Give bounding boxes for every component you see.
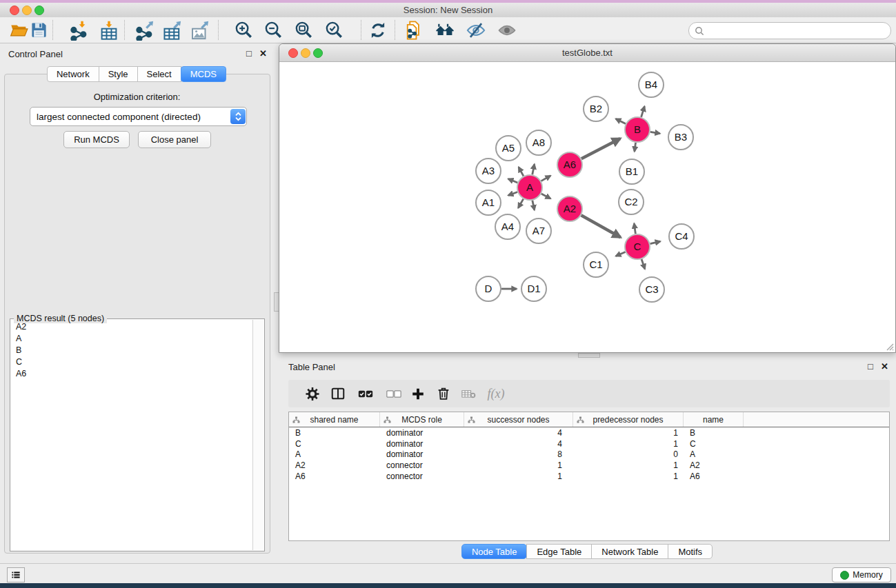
- birds-eye-view-button[interactable]: [495, 19, 519, 41]
- search-field[interactable]: [688, 22, 891, 39]
- table-row[interactable]: Adominator80A: [289, 449, 889, 460]
- control-panel-close-icon[interactable]: ✕: [259, 49, 267, 59]
- graph-node-A3[interactable]: A3: [476, 159, 501, 183]
- table-row[interactable]: A6connector11A6: [289, 471, 889, 482]
- zoom-out-button[interactable]: [261, 19, 285, 41]
- graph-node-B1[interactable]: B1: [619, 159, 644, 184]
- network-canvas[interactable]: B4B2B3A8A5A3B1A1C2A4A7C4C1C3DD1BA6AA2C: [280, 62, 895, 352]
- export-network-button[interactable]: [133, 19, 157, 41]
- graph-edge-B-B2[interactable]: [616, 119, 626, 123]
- graph-node-A7[interactable]: A7: [526, 219, 551, 243]
- search-input[interactable]: [704, 26, 890, 36]
- graph-node-A8[interactable]: A8: [526, 130, 551, 155]
- show-hide-panels-button[interactable]: [433, 19, 457, 41]
- show-column-panel-button[interactable]: [326, 383, 350, 405]
- graph-node-B2[interactable]: B2: [584, 97, 608, 121]
- graph-node-B4[interactable]: B4: [639, 72, 664, 97]
- zoom-selected-button[interactable]: [322, 19, 346, 41]
- table-options-button[interactable]: [301, 383, 324, 405]
- graph-node-D[interactable]: D: [476, 276, 501, 301]
- run-mcds-button[interactable]: Run MCDS: [63, 131, 130, 148]
- table-row[interactable]: A2connector11A2: [289, 460, 889, 471]
- graph-edge-B-B1[interactable]: [635, 143, 636, 152]
- graph-edge-A-A6[interactable]: [541, 176, 551, 181]
- graph-edge-A-A7[interactable]: [532, 201, 535, 210]
- graph-edge-A6-B[interactable]: [581, 139, 620, 159]
- graph-edge-C-C2[interactable]: [634, 223, 635, 234]
- graph-edge-C-C4[interactable]: [650, 241, 660, 243]
- graph-edge-A-A3[interactable]: [508, 179, 518, 183]
- new-network-from-selection-button[interactable]: [402, 19, 426, 41]
- mcds-list-scrollbar[interactable]: [252, 320, 263, 550]
- close-panel-button[interactable]: Close panel: [138, 131, 211, 148]
- graph-node-B[interactable]: B: [625, 117, 650, 142]
- control-panel-float-icon[interactable]: □: [246, 49, 252, 59]
- export-table-button[interactable]: [161, 19, 184, 41]
- graph-node-C3[interactable]: C3: [639, 277, 664, 302]
- delete-table-button[interactable]: [457, 383, 481, 405]
- column-header-MCDS-role[interactable]: MCDS role: [380, 412, 464, 427]
- table-row[interactable]: Cdominator41C: [289, 438, 889, 449]
- delete-column-button[interactable]: [432, 383, 455, 405]
- mcds-result-item[interactable]: C: [11, 356, 252, 367]
- memory-button[interactable]: Memory: [832, 567, 891, 582]
- tab-node-table[interactable]: Node Table: [461, 544, 528, 559]
- graph-edge-A-A4[interactable]: [518, 199, 523, 208]
- table-panel-close-icon[interactable]: ✕: [881, 362, 888, 372]
- horizontal-splitter-handle[interactable]: [578, 353, 600, 358]
- zoom-fit-button[interactable]: [292, 19, 315, 41]
- mcds-result-item[interactable]: A6: [11, 367, 252, 379]
- mcds-result-item[interactable]: B: [11, 344, 252, 356]
- graph-node-C[interactable]: C: [625, 234, 650, 259]
- unselect-all-columns-button[interactable]: [382, 383, 406, 405]
- mcds-result-item[interactable]: A: [11, 332, 252, 344]
- network-window-titlebar[interactable]: testGlobe.txt: [279, 44, 895, 62]
- save-session-button[interactable]: [27, 19, 50, 41]
- graph-edge-A2-C[interactable]: [581, 215, 621, 237]
- tab-network[interactable]: Network: [47, 66, 99, 82]
- graph-node-A2[interactable]: A2: [557, 196, 582, 221]
- graph-node-A5[interactable]: A5: [496, 136, 521, 161]
- graph-edge-B-B4[interactable]: [641, 106, 645, 117]
- table-panel-float-icon[interactable]: □: [868, 362, 873, 372]
- tab-mcds[interactable]: MCDS: [181, 66, 226, 82]
- create-column-button[interactable]: [406, 383, 430, 405]
- column-header-shared-name[interactable]: shared name: [289, 412, 380, 427]
- show-hide-graphics-details-button[interactable]: [464, 19, 488, 41]
- tab-network-table[interactable]: Network Table: [591, 544, 668, 559]
- task-history-button[interactable]: [7, 567, 25, 582]
- column-header-successor-nodes[interactable]: successor nodes: [464, 412, 573, 427]
- graph-edge-A-A1[interactable]: [508, 192, 517, 196]
- graph-node-A[interactable]: A: [517, 175, 542, 200]
- graph-node-B3[interactable]: B3: [668, 125, 693, 150]
- mcds-result-item[interactable]: A2: [11, 321, 252, 332]
- graph-node-C4[interactable]: C4: [669, 224, 694, 249]
- import-network-button[interactable]: [68, 19, 91, 41]
- graph-node-A6[interactable]: A6: [557, 152, 582, 177]
- tab-edge-table[interactable]: Edge Table: [526, 544, 592, 559]
- apply-layout-button[interactable]: [366, 19, 390, 41]
- column-header-name[interactable]: name: [684, 412, 744, 427]
- zoom-in-button[interactable]: [232, 19, 255, 41]
- graph-node-D1[interactable]: D1: [521, 276, 546, 301]
- column-header-predecessor-nodes[interactable]: predecessor nodes: [573, 412, 684, 427]
- graph-edge-B-B3[interactable]: [650, 132, 660, 133]
- graph-node-A4[interactable]: A4: [495, 214, 520, 239]
- resize-grip-icon[interactable]: [884, 341, 894, 351]
- import-table-button[interactable]: [97, 19, 121, 41]
- graph-node-A1[interactable]: A1: [476, 190, 501, 215]
- tab-style[interactable]: Style: [99, 66, 138, 82]
- export-image-button[interactable]: [188, 19, 212, 41]
- graph-node-C1[interactable]: C1: [584, 252, 608, 277]
- graph-edge-C-C1[interactable]: [616, 252, 626, 256]
- criterion-dropdown[interactable]: largest connected component (directed): [30, 107, 247, 126]
- graph-edge-A-A2[interactable]: [541, 194, 550, 199]
- function-builder-button[interactable]: f(x): [481, 383, 510, 405]
- graph-node-C2[interactable]: C2: [619, 190, 644, 214]
- graph-edge-A-A5[interactable]: [519, 167, 524, 176]
- select-all-columns-button[interactable]: [354, 383, 377, 405]
- tab-select[interactable]: Select: [137, 66, 181, 82]
- graph-edge-C-C3[interactable]: [641, 259, 645, 269]
- table-row[interactable]: Bdominator41B: [289, 427, 889, 438]
- tab-motifs[interactable]: Motifs: [668, 544, 713, 559]
